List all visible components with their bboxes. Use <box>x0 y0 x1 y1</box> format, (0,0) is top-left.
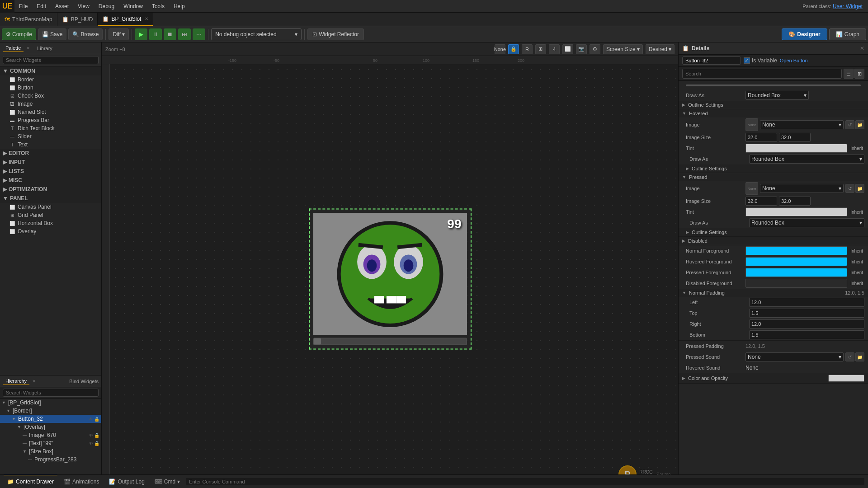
compile-button[interactable]: ⚙ Compile <box>2 28 36 40</box>
menu-debug[interactable]: Debug <box>94 0 119 13</box>
stop-button[interactable]: ⏹ <box>164 28 176 40</box>
output-log-tab[interactable]: 📝 Output Log <box>105 475 148 488</box>
hovered-img-browse-btn[interactable]: 📁 <box>855 120 864 129</box>
palette-item-checkbox[interactable]: ☑ Check Box <box>0 92 101 100</box>
browse-button[interactable]: 🔍 Browse <box>68 28 103 40</box>
pressed-sound-dropdown[interactable]: None ▾ <box>745 352 844 361</box>
pressed-tint-swatch[interactable] <box>745 207 847 216</box>
hierarchy-item-text99[interactable]: — [Text] "99" 👁 🔒 <box>0 439 101 447</box>
padding-top-input[interactable] <box>749 309 864 318</box>
image670-vis-eye[interactable]: 👁 <box>89 433 93 438</box>
details-view-grid[interactable]: ⊞ <box>854 69 864 79</box>
text99-vis-eye[interactable]: 👁 <box>89 441 93 446</box>
hierarchy-item-bpgridslot[interactable]: ▼ [BP_GridSlot] <box>0 399 101 407</box>
hovered-tint-swatch[interactable] <box>745 144 847 153</box>
image670-vis-lock[interactable]: 🔒 <box>94 433 99 438</box>
palette-search-input[interactable] <box>3 56 99 64</box>
palette-group-input-header[interactable]: ▶ INPUT <box>0 158 101 167</box>
hovered-img-refresh-btn[interactable]: ↺ <box>845 120 854 129</box>
console-input[interactable] <box>186 478 864 485</box>
text99-vis-lock[interactable]: 🔒 <box>94 441 99 446</box>
color-opacity-header[interactable]: ▶ Color and Opacity <box>679 373 868 383</box>
screen-size-dropdown[interactable]: Screen Size ▾ <box>603 44 643 54</box>
palette-item-canvas-panel[interactable]: ⬜ Canvas Panel <box>0 203 101 211</box>
palette-item-slider[interactable]: — Slider <box>0 132 101 141</box>
pressed-img-browse-btn[interactable]: 📁 <box>855 184 864 193</box>
pressed-outline-header[interactable]: ▶ Outline Settings <box>679 228 868 236</box>
diff-button[interactable]: Diff ▾ <box>108 28 129 40</box>
hierarchy-close-button[interactable]: ✕ <box>32 379 36 384</box>
hierarchy-search-input[interactable] <box>3 389 99 397</box>
content-drawer-tab[interactable]: 📁 Content Drawer <box>4 475 57 488</box>
widget-reflector-button[interactable]: ⊡ Widget Reflector <box>307 28 364 40</box>
menu-view[interactable]: View <box>73 0 94 13</box>
hovered-foreground-swatch[interactable] <box>745 257 847 266</box>
library-tab[interactable]: Library <box>34 45 55 52</box>
normal-foreground-inherit-btn[interactable]: Inherit <box>849 249 864 253</box>
hovered-header[interactable]: ▼ Hovered <box>679 109 868 117</box>
canvas-tool-grid[interactable]: ⊞ <box>535 44 546 54</box>
tab-bphud[interactable]: 📋 BP_HUD <box>57 13 98 26</box>
hierarchy-item-image670[interactable]: — Image_670 👁 🔒 <box>0 431 101 439</box>
canvas-tool-none[interactable]: None <box>495 44 505 54</box>
palette-group-optimization-header[interactable]: ▶ OPTIMIZATION <box>0 185 101 194</box>
color-opacity-swatch[interactable] <box>828 375 864 382</box>
pressed-tint-inherit-btn[interactable]: Inherit <box>849 210 864 215</box>
palette-item-button[interactable]: ⬜ Button <box>0 84 101 92</box>
designer-button[interactable]: 🎨 Designer <box>782 28 827 40</box>
pressed-foreground-inherit-btn[interactable]: Inherit <box>849 270 864 275</box>
disabled-header[interactable]: ▶ Disabled <box>679 237 868 245</box>
pressed-draw-as-dropdown[interactable]: Rounded Box ▾ <box>749 218 864 227</box>
pressed-foreground-swatch[interactable] <box>745 268 847 277</box>
canvas-tool-box[interactable]: ⬜ <box>562 44 573 54</box>
padding-left-input[interactable] <box>749 298 864 307</box>
details-close-button[interactable]: ✕ <box>860 45 864 52</box>
hovered-tint-inherit-btn[interactable]: Inherit <box>849 146 864 151</box>
desired-dropdown[interactable]: Desired ▾ <box>646 44 675 54</box>
menu-asset[interactable]: Asset <box>51 0 73 13</box>
palette-item-horizontal-box[interactable]: ⬜ Horizontal Box <box>0 219 101 227</box>
pause-button[interactable]: ⏸ <box>149 28 162 40</box>
hierarchy-item-sizebox[interactable]: ▼ [Size Box] <box>0 447 101 455</box>
hovered-draw-as-dropdown[interactable]: Rounded Box ▾ <box>749 155 864 164</box>
tab-bpgridslot-close[interactable]: ✕ <box>145 16 148 21</box>
pressed-img-refresh-btn[interactable]: ↺ <box>845 184 854 193</box>
hovered-size-y-input[interactable] <box>779 133 811 142</box>
pressed-header[interactable]: ▼ Pressed <box>679 173 868 181</box>
pressed-sound-refresh-btn[interactable]: ↺ <box>845 352 854 361</box>
menu-window[interactable]: Window <box>119 0 147 13</box>
play-button[interactable]: ▶ <box>135 28 147 40</box>
canvas-tool-lock[interactable]: 🔒 <box>508 44 519 54</box>
disabled-foreground-swatch[interactable] <box>745 279 847 288</box>
menu-edit[interactable]: Edit <box>32 0 51 13</box>
menu-tools[interactable]: Tools <box>147 0 169 13</box>
padding-right-input[interactable] <box>749 319 864 328</box>
menu-file[interactable]: File <box>14 0 32 13</box>
canvas-tool-r[interactable]: R <box>522 44 533 54</box>
palette-item-text[interactable]: T Text <box>0 141 101 149</box>
details-search-input[interactable] <box>682 69 842 79</box>
button32-vis-lock[interactable]: 🔒 <box>94 417 99 422</box>
palette-group-misc-header[interactable]: ▶ MISC <box>0 176 101 185</box>
debug-dropdown[interactable]: No debug object selected ▾ <box>211 28 302 40</box>
bind-widgets-button[interactable]: Bind Widgets <box>69 379 99 384</box>
hovered-foreground-inherit-btn[interactable]: Inherit <box>849 259 864 264</box>
palette-item-named-slot[interactable]: ⬜ Named Slot <box>0 108 101 116</box>
menu-help[interactable]: Help <box>169 0 189 13</box>
tab-thirdpersonmap[interactable]: 🗺 ThirdPersonMap <box>0 13 57 26</box>
user-widget-link[interactable]: User Widget <box>833 3 863 9</box>
disabled-foreground-inherit-btn[interactable]: Inherit <box>849 281 864 286</box>
open-button-link[interactable]: Open Button <box>780 58 808 63</box>
draw-as-dropdown[interactable]: Rounded Box ▾ <box>745 91 809 100</box>
is-variable-checkbox[interactable]: ✓ <box>744 57 750 64</box>
palette-item-progress-bar[interactable]: ▬ Progress Bar <box>0 116 101 124</box>
hovered-image-dropdown[interactable]: None ▾ <box>760 120 844 129</box>
palette-tab[interactable]: Palette <box>3 44 24 52</box>
palette-group-editor-header[interactable]: ▶ EDITOR <box>0 149 101 158</box>
hovered-outline-header[interactable]: ▶ Outline Settings <box>679 164 868 173</box>
details-view-list[interactable]: ☰ <box>844 69 854 79</box>
canvas-tool-settings[interactable]: ⚙ <box>590 44 600 54</box>
pressed-size-x-input[interactable] <box>745 197 777 206</box>
palette-close-button[interactable]: ✕ <box>26 46 30 51</box>
palette-item-rich-text-block[interactable]: T Rich Text Block <box>0 124 101 132</box>
